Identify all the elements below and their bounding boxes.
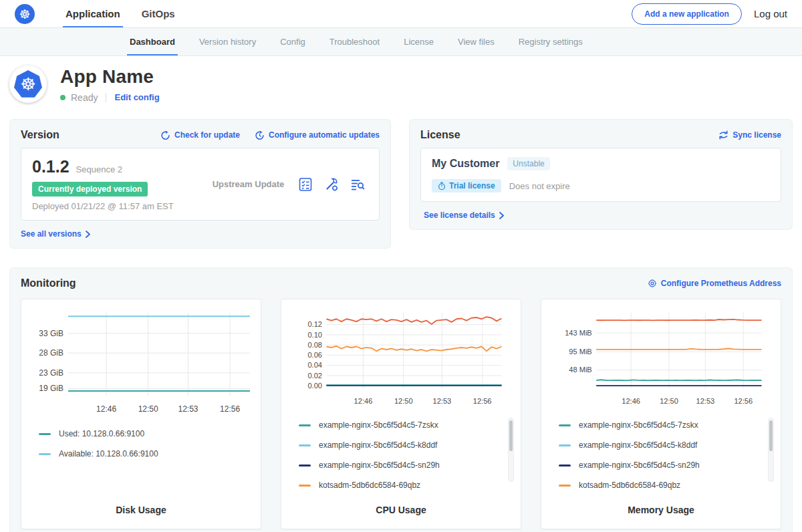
legend-label: example-nginx-5bc6f5d4c5-k8ddf xyxy=(579,440,697,450)
tab-dashboard[interactable]: Dashboard xyxy=(118,28,187,55)
version-source: Upstream Update xyxy=(199,179,297,189)
logout-link[interactable]: Log out xyxy=(754,8,787,19)
svg-text:0.10: 0.10 xyxy=(307,331,322,339)
legend-color-dash xyxy=(559,464,571,467)
configure-prometheus-link[interactable]: Configure Prometheus Address xyxy=(648,279,781,288)
legend-color-dash xyxy=(299,464,311,467)
legend-item: example-nginx-5bc6f5d4c5-sn29h xyxy=(299,460,513,470)
legend-item: example-nginx-5bc6f5d4c5-sn29h xyxy=(559,460,773,470)
legend-label: kotsadm-5db6dc6584-69qbz xyxy=(579,481,680,490)
legend-scrollbar[interactable] xyxy=(508,418,514,482)
deployed-date: Deployed 01/21/22 @ 11:57 am EST xyxy=(32,201,199,211)
topnav-tab-gitops[interactable]: GitOps xyxy=(131,0,186,27)
kubernetes-logo-icon: ☸ xyxy=(15,4,35,24)
version-card-title: Version xyxy=(21,129,59,141)
see-license-details-link[interactable]: See license details xyxy=(420,211,781,220)
sync-license-link[interactable]: Sync license xyxy=(718,130,781,140)
memory-usage-chart: 48 MiB95 MiB143 MiB12:4612:5012:5312:56 xyxy=(549,307,774,411)
tab-version-history[interactable]: Version history xyxy=(187,28,268,55)
preflight-checks-icon[interactable] xyxy=(297,176,313,192)
svg-text:12:53: 12:53 xyxy=(696,397,715,405)
svg-text:28 GiB: 28 GiB xyxy=(39,348,63,358)
legend-item: kotsadm-5db6dc6584-69qbz xyxy=(559,481,773,490)
topnav-tab-application[interactable]: Application xyxy=(55,0,131,27)
cpu-usage-chart: 0.000.020.040.060.080.100.1212:4612:5012… xyxy=(289,307,514,411)
legend-label: example-nginx-5bc6f5d4c5-sn29h xyxy=(319,460,440,470)
svg-text:0.04: 0.04 xyxy=(307,361,322,369)
tab-registry-settings[interactable]: Registry settings xyxy=(507,28,595,55)
deploy-logs-icon[interactable] xyxy=(350,176,366,192)
check-for-update-link[interactable]: Check for update xyxy=(160,130,240,140)
divider xyxy=(106,93,106,102)
svg-text:143 MiB: 143 MiB xyxy=(565,329,592,337)
svg-text:95 MiB: 95 MiB xyxy=(569,348,591,356)
legend-label: Used: 10.128.0.66:9100 xyxy=(59,429,144,438)
legend-color-dash xyxy=(559,444,571,446)
legend-color-dash xyxy=(39,453,51,455)
legend-label: kotsadm-5db6dc6584-69qbz xyxy=(319,481,420,490)
topnav-tabs: ApplicationGitOps xyxy=(55,0,186,27)
stopwatch-icon xyxy=(438,182,446,190)
trial-license-badge: Trial license xyxy=(432,179,501,192)
legend-color-dash xyxy=(39,433,51,435)
svg-text:0.12: 0.12 xyxy=(307,320,322,328)
chevron-right-icon xyxy=(499,212,505,219)
top-nav: ☸ ApplicationGitOps Add a new applicatio… xyxy=(0,0,802,28)
brand-logo[interactable]: ☸ xyxy=(15,0,35,27)
config-wrench-icon[interactable] xyxy=(323,176,340,192)
version-sequence: Sequence 2 xyxy=(76,164,122,174)
legend-color-dash xyxy=(299,444,311,446)
tab-troubleshoot[interactable]: Troubleshoot xyxy=(317,28,392,55)
svg-text:12:50: 12:50 xyxy=(394,397,413,405)
svg-text:12:46: 12:46 xyxy=(96,404,116,414)
edit-config-link[interactable]: Edit config xyxy=(114,92,159,102)
legend-scrollbar-thumb[interactable] xyxy=(769,420,773,451)
cpu-usage-title: CPU Usage xyxy=(289,501,513,522)
app-header: ☸ App Name Ready Edit config xyxy=(0,56,802,114)
see-all-versions-link[interactable]: See all versions xyxy=(21,229,380,239)
svg-text:12:56: 12:56 xyxy=(473,397,492,405)
deployed-badge: Currently deployed version xyxy=(32,182,148,196)
svg-text:0.02: 0.02 xyxy=(307,372,322,380)
customer-name: My Customer xyxy=(432,158,499,170)
cpu-usage-legend: example-nginx-5bc6f5d4c5-7zskxexample-ng… xyxy=(289,420,513,501)
license-card: License Sync license My Customer Unstabl… xyxy=(409,119,793,230)
refresh-icon xyxy=(160,130,170,140)
tab-license[interactable]: License xyxy=(392,28,446,55)
svg-text:33 GiB: 33 GiB xyxy=(39,329,63,338)
legend-color-dash xyxy=(299,485,311,487)
sync-arrows-icon xyxy=(718,130,728,140)
tab-view-files[interactable]: View files xyxy=(446,28,507,55)
license-detail-row: My Customer Unstable Trial license Does … xyxy=(420,148,781,202)
chevron-right-icon xyxy=(85,231,91,238)
legend-color-dash xyxy=(559,424,571,426)
app-icon: ☸ xyxy=(9,65,47,103)
svg-text:12:56: 12:56 xyxy=(220,404,240,414)
legend-item: Used: 10.128.0.66:9100 xyxy=(39,429,253,438)
legend-label: example-nginx-5bc6f5d4c5-k8ddf xyxy=(319,440,437,450)
disk-usage-title: Disk Usage xyxy=(29,501,253,522)
version-card: Version Check for update Configure autom… xyxy=(9,119,391,249)
legend-scrollbar-thumb[interactable] xyxy=(509,420,513,451)
svg-text:0.00: 0.00 xyxy=(307,382,322,390)
memory-usage-title: Memory Usage xyxy=(549,501,773,522)
svg-text:12:50: 12:50 xyxy=(660,397,678,405)
add-application-button[interactable]: Add a new application xyxy=(632,3,742,25)
current-version-row: 0.1.2 Sequence 2 Currently deployed vers… xyxy=(21,148,380,221)
channel-badge: Unstable xyxy=(507,157,549,170)
disk-usage-legend: Used: 10.128.0.66:9100Available: 10.128.… xyxy=(29,429,253,501)
legend-label: Available: 10.128.0.66:9100 xyxy=(59,449,158,458)
status-badge: Ready xyxy=(71,92,98,103)
legend-item: Available: 10.128.0.66:9100 xyxy=(39,449,253,458)
configure-automatic-updates-link[interactable]: Configure automatic updates xyxy=(255,130,380,140)
tab-config[interactable]: Config xyxy=(268,28,317,55)
monitoring-section: Monitoring Configure Prometheus Address … xyxy=(9,267,793,532)
svg-text:12:53: 12:53 xyxy=(433,397,452,405)
monitoring-title: Monitoring xyxy=(21,277,76,289)
kubernetes-app-icon: ☸ xyxy=(14,70,42,98)
svg-text:48 MiB: 48 MiB xyxy=(569,366,591,374)
legend-scrollbar[interactable] xyxy=(768,418,774,482)
page-title: App Name xyxy=(60,66,160,88)
license-expiry: Does not expire xyxy=(509,181,570,191)
svg-text:0.08: 0.08 xyxy=(307,341,322,349)
